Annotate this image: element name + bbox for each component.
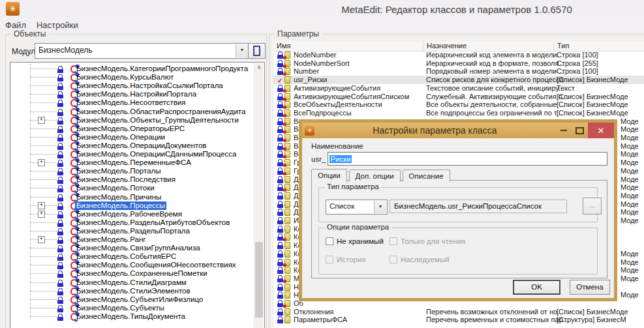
tree-item[interactable]: БизнесМодель.РазделыАтрибутовОбъектов [10, 218, 254, 227]
table-row[interactable]: ВсеОбъектыДеятельностиВсе объекты деятел… [273, 100, 644, 109]
expand-plus-icon[interactable]: + [38, 211, 45, 218]
tree-item[interactable]: БизнесМодель.СохраненныеПометки [10, 269, 254, 278]
chevron-down-icon[interactable]: ▼ [236, 44, 248, 57]
checkbox-label: Не хранимый [337, 237, 384, 245]
options-group-label: Опции параметра [324, 223, 391, 231]
table-row[interactable]: ВсеПодпроцессыВсе подпроцессы без ограни… [273, 109, 644, 117]
param-type-cell: [Список] БизнесМоде [557, 76, 628, 84]
maximize-icon[interactable] [572, 123, 588, 138]
column-header-3[interactable]: Тип [554, 41, 644, 51]
tree-item[interactable]: БизнесМодель.ТипыДокумента [10, 312, 254, 321]
table-row[interactable]: ОтклоненияПеречень возможных отклонений … [273, 308, 644, 316]
name-label: Наименование [311, 142, 363, 150]
tree-item[interactable]: БизнесМодель.Несоответствия [10, 98, 254, 107]
tree-item[interactable]: БизнесМодель.Причины [10, 193, 254, 201]
table-row[interactable]: АктивизирующиеСобытияТекстовое описание … [273, 84, 644, 93]
tab-Доп. опции[interactable]: Доп. опции [349, 170, 401, 182]
param-type-cell: Моде [621, 134, 639, 142]
type-combobox-value: Список [330, 202, 354, 210]
tree-item[interactable]: БизнесМодель.НастройкаСсылкиПортала [10, 82, 254, 90]
tree-item[interactable]: БизнесМодель.Последствия [10, 175, 254, 184]
table-row[interactable]: АктивизирующиеСобытияСпискомСлужебный. А… [273, 93, 644, 101]
tree-item-label: БизнесМодель.Несоответствия [75, 98, 187, 107]
name-input[interactable]: Риски [328, 152, 607, 166]
tab-Описание[interactable]: Описание [403, 170, 450, 182]
module-window-button[interactable] [248, 43, 266, 59]
tree-item[interactable]: +БизнесМодель.Ранг [10, 235, 254, 244]
tree-item[interactable]: БизнесМодель.ОперацииДокументов [10, 142, 254, 150]
objects-tree: ∧ БизнесМодель.КатегорииПрограммногоПрод… [10, 62, 265, 328]
parameter-icon [284, 217, 290, 224]
expand-plus-icon[interactable]: + [38, 117, 45, 124]
tree-item[interactable]: +БизнесМодель.Процессы [10, 201, 254, 210]
expand-plus-icon[interactable]: + [38, 159, 45, 166]
listview-header: ИмяНазначениеТип [273, 41, 644, 52]
lock-icon [57, 143, 63, 150]
lock-icon [277, 85, 283, 92]
tab-Опции[interactable]: Опции [311, 169, 347, 183]
tree-item[interactable]: +БизнесМодель.РабочееВремя [10, 210, 254, 218]
tree-connector [30, 137, 57, 138]
tree-item[interactable]: БизнесМодель.СубъектИлиФизлицо [10, 295, 254, 304]
table-row[interactable]: ПараметрыФСАПеречень временных и стоимос… [273, 316, 644, 324]
tree-item[interactable]: БизнесМодель.ОбластиРаспространенияАудит… [10, 108, 254, 116]
checkbox-box-icon [390, 256, 397, 263]
table-row[interactable]: ✓usr_РискиСписок рисков для конкретного … [273, 76, 644, 84]
module-combobox[interactable]: БизнесМодель ▼ [35, 43, 249, 59]
parameter-icon [284, 275, 290, 282]
tree-item-label: БизнесМодель.Объекты_ГруппыДеятельности [75, 116, 240, 125]
table-row[interactable]: NumberПорядковый номер элемента в модели… [273, 67, 644, 76]
dialog-titlebar[interactable]: ✳ Настройки параметра класса ✕ [302, 123, 614, 138]
lock-icon [277, 316, 283, 323]
window-title: MetaEdit: Редактор классов и параметров … [326, 4, 587, 15]
ok-button[interactable]: OK [513, 280, 560, 295]
tree-item[interactable]: БизнесМодель.НастройкиПортала [10, 90, 254, 98]
param-type-cell: Моде [621, 266, 639, 275]
tree-item[interactable]: БизнесМодель.КатегорииПрограммногоПродук… [10, 65, 254, 73]
lock-icon [277, 151, 283, 158]
scroll-up-icon[interactable]: ∧ [254, 63, 264, 72]
lock-icon [277, 284, 283, 291]
tree-item[interactable]: БизнесМодель.СтилиЭлементов [10, 287, 254, 295]
chevron-down-icon[interactable]: ▼ [374, 201, 386, 213]
tree-item[interactable]: БизнесМодель.Потоки [10, 184, 254, 192]
tree-item[interactable]: БизнесМодель.СвязиГруппАнализа [10, 244, 254, 252]
tree-item[interactable]: БизнесМодель.ОператорыEPC [10, 125, 254, 133]
type-combobox[interactable]: Список ▼ [326, 200, 388, 215]
column-header-1[interactable]: Имя [273, 41, 423, 51]
table-row[interactable]: NodeNumberSortИерархический код в формат… [273, 59, 644, 68]
param-type-cell: [Список] БизнесМоде [557, 100, 628, 109]
parameter-icon [284, 68, 290, 75]
tree-item[interactable]: +БизнесМодель.ПеременныеФСА [10, 158, 254, 167]
tree-item[interactable]: БизнесМодель.ОперацииСДаннымиПроцесса [10, 150, 254, 158]
param-type-cell: [Структура] БизнесМ [557, 316, 626, 324]
tree-item[interactable]: БизнесМодель.СтилиДиаграмм [10, 278, 254, 287]
column-header-2[interactable]: Назначение [423, 41, 554, 51]
tree-item[interactable]: БизнесМодель.СообщенияОНесоответствиях [10, 261, 254, 269]
tree-item[interactable]: БизнесМодель.Порталы [10, 167, 254, 175]
tree-item[interactable]: БизнесМодель.СобытияEPC [10, 252, 254, 261]
table-row[interactable]: NodeNumberИерархический код элемента в м… [273, 51, 644, 59]
tree-item[interactable]: БизнесМодель.Субъекты [10, 304, 254, 312]
browse-button[interactable]: ... [583, 198, 602, 215]
tree-item[interactable]: БизнесМодель.РазделыПортала [10, 227, 254, 235]
cancel-button[interactable]: Отмена [570, 280, 610, 295]
close-icon[interactable]: ✕ [588, 123, 614, 138]
checkbox-box-icon[interactable] [326, 237, 333, 245]
tree-item-label: БизнесМодель.РазделыАтрибутовОбъектов [75, 218, 231, 227]
tree-item[interactable]: БизнесМодель.Операции [10, 133, 254, 142]
param-type-cell: [Список] БизнесМоде [557, 308, 628, 316]
objects-groupbox: Объекты Модуль: БизнесМодель ▼ ∧ БизнесМ… [5, 34, 267, 328]
minimize-icon[interactable] [555, 123, 572, 138]
expand-plus-icon[interactable]: + [38, 236, 45, 243]
lock-icon [57, 314, 63, 321]
checkbox-label: Наследуемый [401, 256, 450, 263]
expand-plus-icon[interactable]: + [38, 202, 45, 209]
tree-scrollbar[interactable]: ∧ [254, 63, 264, 328]
checkbox-Не хранимый[interactable]: Не хранимый [326, 237, 384, 245]
tree-item-label: БизнесМодель.КатегорииПрограммногоПродук… [75, 65, 249, 73]
tree-item[interactable]: +БизнесМодель.Объекты_ГруппыДеятельности [10, 116, 254, 125]
class-reference-field[interactable]: БизнесМодель.usr_РискиПроцессаСписок [390, 200, 567, 213]
tree-item[interactable]: БизнесМодель.КурсыВалют [10, 73, 254, 82]
scrollbar-thumb[interactable] [255, 242, 263, 318]
